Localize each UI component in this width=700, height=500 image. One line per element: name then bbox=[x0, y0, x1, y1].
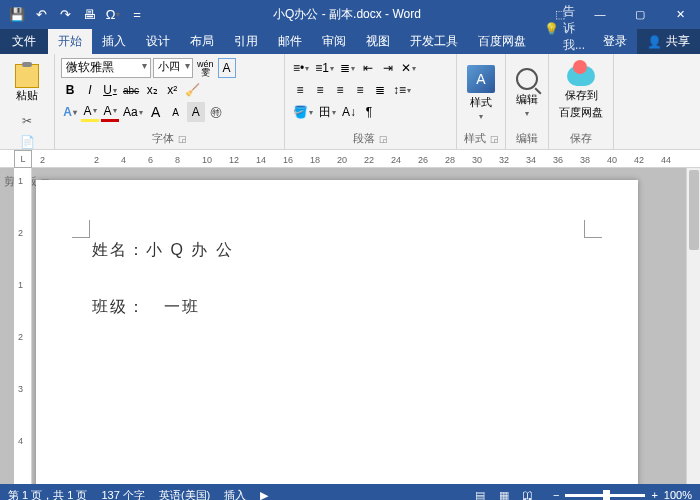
web-layout-button[interactable]: 🕮 bbox=[517, 487, 539, 500]
ruler-tick: 30 bbox=[472, 155, 482, 165]
styles-launcher[interactable]: ◲ bbox=[490, 134, 499, 144]
maximize-button[interactable]: ▢ bbox=[620, 0, 660, 28]
italic-button[interactable]: I bbox=[81, 80, 99, 100]
text-effects-button[interactable]: A bbox=[61, 102, 79, 122]
increase-indent-button[interactable]: ⇥ bbox=[379, 58, 397, 78]
zoom-out-button[interactable]: − bbox=[553, 489, 559, 500]
tab-view[interactable]: 视图 bbox=[356, 29, 400, 54]
find-button[interactable]: 编辑 ▾ bbox=[510, 68, 544, 118]
tab-home[interactable]: 开始 bbox=[48, 29, 92, 54]
borders-button[interactable]: 田 bbox=[317, 102, 338, 122]
tab-layout[interactable]: 布局 bbox=[180, 29, 224, 54]
ruler-tick: 22 bbox=[364, 155, 374, 165]
align-left-button[interactable]: ≡ bbox=[291, 80, 309, 100]
shading-button[interactable]: 🪣 bbox=[291, 102, 315, 122]
view-buttons: ▤ ▦ 🕮 bbox=[469, 487, 539, 500]
font-color-button[interactable]: A bbox=[101, 102, 119, 122]
styles-button[interactable]: A 样式 ▾ bbox=[461, 65, 501, 121]
tab-file[interactable]: 文件 bbox=[0, 29, 48, 54]
omega-button[interactable]: Ω bbox=[102, 3, 124, 25]
page-count[interactable]: 第 1 页，共 1 页 bbox=[8, 488, 87, 501]
print-layout-button[interactable]: ▦ bbox=[493, 487, 515, 500]
scrollbar-thumb[interactable] bbox=[689, 170, 699, 250]
tab-insert[interactable]: 插入 bbox=[92, 29, 136, 54]
char-border-button[interactable]: A bbox=[218, 58, 236, 78]
tab-baidu[interactable]: 百度网盘 bbox=[468, 29, 536, 54]
font-size-select[interactable]: 小四 bbox=[153, 58, 193, 78]
margin-mark-tr bbox=[584, 220, 602, 238]
tab-mailings[interactable]: 邮件 bbox=[268, 29, 312, 54]
vertical-ruler[interactable]: 121234 bbox=[14, 168, 32, 484]
copy-button[interactable]: 📄 bbox=[17, 132, 37, 152]
zoom-thumb[interactable] bbox=[603, 490, 610, 501]
doc-line-2[interactable]: 班级： 一班 bbox=[92, 297, 582, 318]
macro-indicator[interactable]: ▶ bbox=[260, 489, 268, 501]
print-button[interactable]: 🖶 bbox=[78, 3, 100, 25]
multilevel-button[interactable]: ≣ bbox=[338, 58, 357, 78]
underline-button[interactable]: U bbox=[101, 80, 119, 100]
redo-button[interactable]: ↷ bbox=[54, 3, 76, 25]
close-button[interactable]: ✕ bbox=[660, 0, 700, 28]
ruler-tick: 32 bbox=[499, 155, 509, 165]
horizontal-ruler[interactable]: L 22468101214161820222426283032343638404… bbox=[0, 150, 700, 168]
eq-button[interactable]: = bbox=[126, 3, 148, 25]
change-case-button[interactable]: Aa bbox=[121, 102, 145, 122]
shrink-font-button[interactable]: A bbox=[167, 102, 185, 122]
enclose-char-button[interactable]: ㊕ bbox=[207, 102, 225, 122]
tab-references[interactable]: 引用 bbox=[224, 29, 268, 54]
superscript-button[interactable]: x² bbox=[163, 80, 181, 100]
ruler-tick: 26 bbox=[418, 155, 428, 165]
login-button[interactable]: 登录 bbox=[593, 29, 637, 54]
share-button[interactable]: 👤 共享 bbox=[637, 29, 700, 54]
paste-button[interactable]: 粘贴 bbox=[8, 56, 46, 110]
char-shading-button[interactable]: A bbox=[187, 102, 205, 122]
undo-button[interactable]: ↶ bbox=[30, 3, 52, 25]
page[interactable]: 姓名：小 Q 办 公 班级： 一班 bbox=[36, 180, 638, 484]
tab-review[interactable]: 审阅 bbox=[312, 29, 356, 54]
tab-selector[interactable]: L bbox=[14, 150, 32, 168]
highlight-button[interactable]: A bbox=[81, 102, 99, 122]
bullets-button[interactable]: ≡• bbox=[291, 58, 311, 78]
align-justify-button[interactable]: ≡ bbox=[351, 80, 369, 100]
save-button[interactable]: 💾 bbox=[6, 3, 28, 25]
cut-button[interactable]: ✂ bbox=[17, 111, 37, 131]
vertical-scrollbar[interactable] bbox=[686, 168, 700, 484]
align-center-button[interactable]: ≡ bbox=[311, 80, 329, 100]
grow-font-button[interactable]: A bbox=[147, 102, 165, 122]
clear-format-button[interactable]: 🧹 bbox=[183, 80, 202, 100]
save-group-label: 保存 bbox=[553, 130, 609, 147]
insert-mode[interactable]: 插入 bbox=[224, 488, 246, 501]
distribute-button[interactable]: ≣ bbox=[371, 80, 389, 100]
word-count[interactable]: 137 个字 bbox=[101, 488, 144, 501]
paste-label: 粘贴 bbox=[16, 88, 38, 103]
read-mode-button[interactable]: ▤ bbox=[469, 487, 491, 500]
tab-design[interactable]: 设计 bbox=[136, 29, 180, 54]
font-name-select[interactable]: 微软雅黑 bbox=[61, 58, 151, 78]
tab-developer[interactable]: 开发工具 bbox=[400, 29, 468, 54]
zoom-slider[interactable] bbox=[565, 494, 645, 497]
paragraph-launcher[interactable]: ◲ bbox=[379, 134, 388, 144]
zoom-level[interactable]: 100% bbox=[664, 489, 692, 500]
subscript-button[interactable]: x₂ bbox=[143, 80, 161, 100]
document-pane[interactable]: 姓名：小 Q 办 公 班级： 一班 bbox=[32, 168, 700, 484]
strikethrough-button[interactable]: abc bbox=[121, 80, 141, 100]
phonetic-guide-button[interactable]: wén雯 bbox=[195, 58, 216, 78]
save-l1: 保存到 bbox=[565, 88, 598, 103]
styles-label: 样式 bbox=[470, 95, 492, 110]
language[interactable]: 英语(美国) bbox=[159, 488, 210, 501]
line-spacing-button[interactable]: ↕≡ bbox=[391, 80, 413, 100]
edit-label: 编辑 bbox=[516, 92, 538, 107]
font-group-label: 字体 bbox=[152, 131, 174, 146]
align-right-button[interactable]: ≡ bbox=[331, 80, 349, 100]
show-marks-button[interactable]: ¶ bbox=[360, 102, 378, 122]
doc-line-1[interactable]: 姓名：小 Q 办 公 bbox=[92, 240, 582, 261]
font-launcher[interactable]: ◲ bbox=[178, 134, 187, 144]
decrease-indent-button[interactable]: ⇤ bbox=[359, 58, 377, 78]
bold-button[interactable]: B bbox=[61, 80, 79, 100]
tell-me-search[interactable]: 💡 告诉我... bbox=[536, 3, 593, 54]
numbering-button[interactable]: ≡1 bbox=[313, 58, 336, 78]
zoom-in-button[interactable]: + bbox=[651, 489, 657, 500]
asian-layout-button[interactable]: ✕ bbox=[399, 58, 418, 78]
save-to-cloud-button[interactable]: 保存到 百度网盘 bbox=[553, 66, 609, 120]
sort-button[interactable]: A↓ bbox=[340, 102, 358, 122]
